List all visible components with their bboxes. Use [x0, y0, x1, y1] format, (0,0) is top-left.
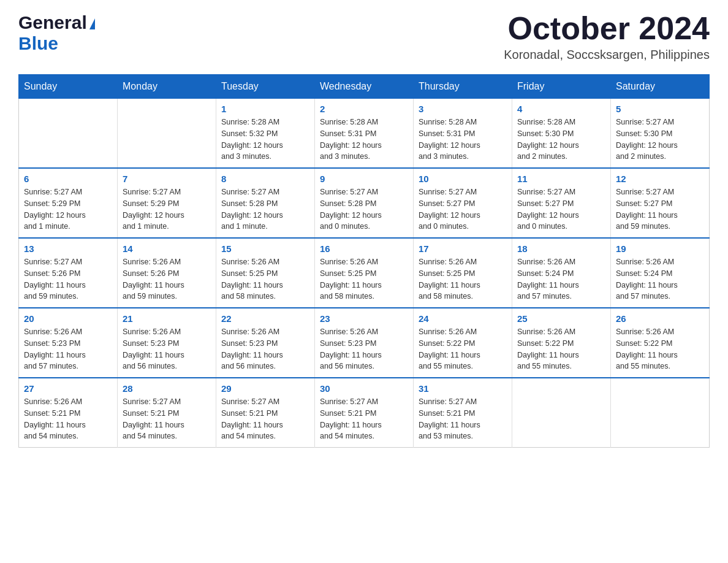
day-info: Sunrise: 5:26 AM Sunset: 5:22 PM Dayligh… — [517, 326, 605, 372]
day-number: 15 — [221, 243, 309, 254]
day-info: Sunrise: 5:27 AM Sunset: 5:28 PM Dayligh… — [320, 186, 408, 232]
calendar-cell: 25Sunrise: 5:26 AM Sunset: 5:22 PM Dayli… — [512, 308, 611, 378]
calendar-cell: 28Sunrise: 5:27 AM Sunset: 5:21 PM Dayli… — [118, 378, 216, 448]
calendar-cell: 4Sunrise: 5:28 AM Sunset: 5:30 PM Daylig… — [512, 99, 611, 169]
day-number: 10 — [419, 174, 507, 184]
logo-blue-text: Blue — [18, 33, 58, 53]
calendar-header-row: SundayMondayTuesdayWednesdayThursdayFrid… — [19, 75, 710, 99]
day-info: Sunrise: 5:26 AM Sunset: 5:23 PM Dayligh… — [221, 326, 309, 372]
calendar-cell: 9Sunrise: 5:27 AM Sunset: 5:28 PM Daylig… — [315, 168, 414, 238]
calendar-cell: 15Sunrise: 5:26 AM Sunset: 5:25 PM Dayli… — [216, 238, 315, 308]
header-day-sunday: Sunday — [19, 75, 118, 99]
calendar-week-row: 6Sunrise: 5:27 AM Sunset: 5:29 PM Daylig… — [19, 168, 710, 238]
day-number: 30 — [320, 383, 408, 394]
day-number: 11 — [517, 174, 605, 184]
calendar-cell: 6Sunrise: 5:27 AM Sunset: 5:29 PM Daylig… — [19, 168, 118, 238]
day-number: 31 — [419, 383, 507, 394]
calendar-cell: 31Sunrise: 5:27 AM Sunset: 5:21 PM Dayli… — [414, 378, 512, 448]
day-number: 25 — [517, 313, 605, 324]
calendar-cell: 16Sunrise: 5:26 AM Sunset: 5:25 PM Dayli… — [315, 238, 414, 308]
header-day-monday: Monday — [118, 75, 216, 99]
logo-general-text: General — [18, 12, 87, 33]
day-info: Sunrise: 5:27 AM Sunset: 5:27 PM Dayligh… — [616, 186, 704, 232]
header-day-tuesday: Tuesday — [216, 75, 315, 99]
day-number: 24 — [419, 313, 507, 324]
calendar-cell: 14Sunrise: 5:26 AM Sunset: 5:26 PM Dayli… — [118, 238, 216, 308]
day-number: 21 — [123, 313, 211, 324]
day-number: 14 — [123, 243, 211, 254]
day-number: 19 — [616, 243, 704, 254]
calendar-cell: 21Sunrise: 5:26 AM Sunset: 5:23 PM Dayli… — [118, 308, 216, 378]
calendar-week-row: 20Sunrise: 5:26 AM Sunset: 5:23 PM Dayli… — [19, 308, 710, 378]
calendar-cell: 1Sunrise: 5:28 AM Sunset: 5:32 PM Daylig… — [216, 99, 315, 169]
day-info: Sunrise: 5:26 AM Sunset: 5:24 PM Dayligh… — [616, 256, 704, 302]
day-number: 2 — [320, 104, 408, 114]
calendar-cell: 27Sunrise: 5:26 AM Sunset: 5:21 PM Dayli… — [19, 378, 118, 448]
day-info: Sunrise: 5:26 AM Sunset: 5:23 PM Dayligh… — [320, 326, 408, 372]
day-number: 16 — [320, 243, 408, 254]
day-number: 17 — [419, 243, 507, 254]
day-info: Sunrise: 5:28 AM Sunset: 5:31 PM Dayligh… — [320, 117, 408, 163]
calendar-cell: 13Sunrise: 5:27 AM Sunset: 5:26 PM Dayli… — [19, 238, 118, 308]
day-info: Sunrise: 5:27 AM Sunset: 5:27 PM Dayligh… — [419, 186, 507, 232]
day-number: 22 — [221, 313, 309, 324]
day-info: Sunrise: 5:26 AM Sunset: 5:25 PM Dayligh… — [221, 256, 309, 302]
logo-triangle-icon — [89, 18, 95, 29]
calendar-week-row: 1Sunrise: 5:28 AM Sunset: 5:32 PM Daylig… — [19, 99, 710, 169]
day-info: Sunrise: 5:28 AM Sunset: 5:31 PM Dayligh… — [419, 117, 507, 163]
day-info: Sunrise: 5:26 AM Sunset: 5:23 PM Dayligh… — [24, 326, 112, 372]
calendar-table: SundayMondayTuesdayWednesdayThursdayFrid… — [18, 74, 710, 448]
title-section: October 2024 Koronadal, Soccsksargen, Ph… — [504, 12, 710, 62]
day-number: 6 — [24, 174, 112, 184]
calendar-cell: 17Sunrise: 5:26 AM Sunset: 5:25 PM Dayli… — [414, 238, 512, 308]
calendar-cell: 11Sunrise: 5:27 AM Sunset: 5:27 PM Dayli… — [512, 168, 611, 238]
day-info: Sunrise: 5:27 AM Sunset: 5:26 PM Dayligh… — [24, 256, 112, 302]
calendar-cell: 10Sunrise: 5:27 AM Sunset: 5:27 PM Dayli… — [414, 168, 512, 238]
day-number: 27 — [24, 383, 112, 394]
calendar-cell — [512, 378, 611, 448]
day-number: 12 — [616, 174, 704, 184]
calendar-cell: 30Sunrise: 5:27 AM Sunset: 5:21 PM Dayli… — [315, 378, 414, 448]
day-number: 26 — [616, 313, 704, 324]
day-number: 29 — [221, 383, 309, 394]
page-header: General Blue October 2024 Koronadal, Soc… — [18, 12, 710, 62]
calendar-cell: 12Sunrise: 5:27 AM Sunset: 5:27 PM Dayli… — [611, 168, 710, 238]
day-number: 23 — [320, 313, 408, 324]
day-number: 5 — [616, 104, 704, 114]
day-info: Sunrise: 5:27 AM Sunset: 5:21 PM Dayligh… — [320, 396, 408, 442]
calendar-cell: 18Sunrise: 5:26 AM Sunset: 5:24 PM Dayli… — [512, 238, 611, 308]
header-day-thursday: Thursday — [414, 75, 512, 99]
calendar-cell: 5Sunrise: 5:27 AM Sunset: 5:30 PM Daylig… — [611, 99, 710, 169]
calendar-cell: 23Sunrise: 5:26 AM Sunset: 5:23 PM Dayli… — [315, 308, 414, 378]
header-day-saturday: Saturday — [611, 75, 710, 99]
location-text: Koronadal, Soccsksargen, Philippines — [504, 48, 710, 62]
day-info: Sunrise: 5:27 AM Sunset: 5:29 PM Dayligh… — [24, 186, 112, 232]
day-info: Sunrise: 5:27 AM Sunset: 5:28 PM Dayligh… — [221, 186, 309, 232]
calendar-cell: 20Sunrise: 5:26 AM Sunset: 5:23 PM Dayli… — [19, 308, 118, 378]
day-info: Sunrise: 5:27 AM Sunset: 5:27 PM Dayligh… — [517, 186, 605, 232]
day-info: Sunrise: 5:26 AM Sunset: 5:25 PM Dayligh… — [419, 256, 507, 302]
day-info: Sunrise: 5:26 AM Sunset: 5:23 PM Dayligh… — [123, 326, 211, 372]
day-info: Sunrise: 5:27 AM Sunset: 5:21 PM Dayligh… — [221, 396, 309, 442]
day-info: Sunrise: 5:27 AM Sunset: 5:29 PM Dayligh… — [123, 186, 211, 232]
day-info: Sunrise: 5:28 AM Sunset: 5:30 PM Dayligh… — [517, 117, 605, 163]
calendar-cell — [19, 99, 118, 169]
day-number: 7 — [123, 174, 211, 184]
calendar-cell: 29Sunrise: 5:27 AM Sunset: 5:21 PM Dayli… — [216, 378, 315, 448]
calendar-cell: 19Sunrise: 5:26 AM Sunset: 5:24 PM Dayli… — [611, 238, 710, 308]
day-number: 8 — [221, 174, 309, 184]
month-title: October 2024 — [504, 12, 710, 44]
logo: General Blue — [18, 12, 95, 54]
calendar-cell: 8Sunrise: 5:27 AM Sunset: 5:28 PM Daylig… — [216, 168, 315, 238]
day-number: 3 — [419, 104, 507, 114]
day-info: Sunrise: 5:27 AM Sunset: 5:30 PM Dayligh… — [616, 117, 704, 163]
day-info: Sunrise: 5:27 AM Sunset: 5:21 PM Dayligh… — [419, 396, 507, 442]
day-number: 13 — [24, 243, 112, 254]
calendar-cell — [611, 378, 710, 448]
calendar-cell: 3Sunrise: 5:28 AM Sunset: 5:31 PM Daylig… — [414, 99, 512, 169]
calendar-cell — [118, 99, 216, 169]
day-info: Sunrise: 5:26 AM Sunset: 5:26 PM Dayligh… — [123, 256, 211, 302]
day-number: 18 — [517, 243, 605, 254]
calendar-cell: 7Sunrise: 5:27 AM Sunset: 5:29 PM Daylig… — [118, 168, 216, 238]
header-day-friday: Friday — [512, 75, 611, 99]
